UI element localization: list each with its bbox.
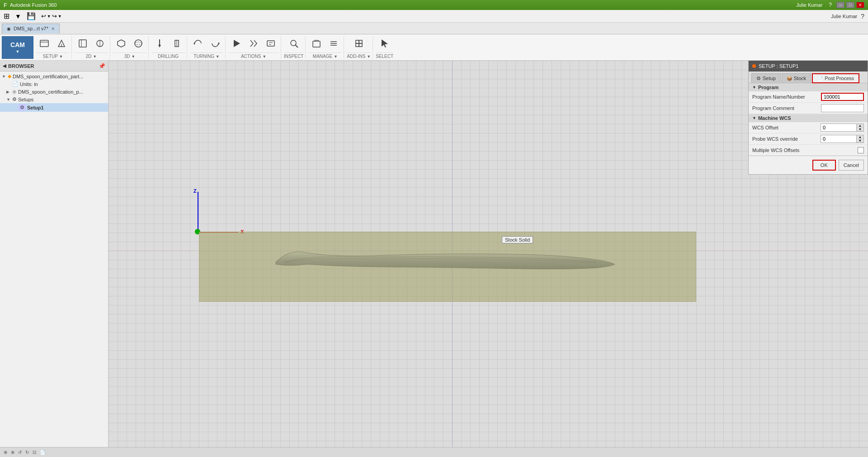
3d-icons [113,36,146,51]
actions-icon-2[interactable] [245,36,262,51]
setup-icon-1[interactable] [36,36,52,51]
browser-title-area: ◀ BROWSER [3,63,34,69]
browser-pin-icon[interactable]: 📌 [99,63,105,69]
wcs-offset-label: WCS Offset [752,125,821,130]
3d-icon-1[interactable] [113,36,129,51]
save-button[interactable]: 💾 [27,12,36,20]
axis-z-line [198,192,198,233]
probe-wcs-up[interactable]: ▲ [857,135,863,139]
help-icon[interactable]: ? [829,2,832,8]
tree-icon-root: ◆ [8,73,11,79]
program-name-row: Program Name/Number [749,91,868,103]
actions-group-label: ACTIONS ▼ [228,52,279,59]
3d-arrow[interactable]: ▼ [131,54,135,59]
tab-post-process[interactable]: 📄 Post Process [812,73,859,83]
actions-arrow[interactable]: ▼ [262,54,266,59]
manage-icon-1[interactable] [308,36,325,51]
toolbar-group-inspect: INSPECT [282,36,306,59]
app-title: Autodesk Fusion 360 [10,2,57,8]
viewport[interactable]: Z X [108,61,868,447]
tree-icon-dms-part: ◉ [12,89,17,95]
close-button[interactable]: ✕ [856,2,864,8]
app-logo: F [4,2,7,9]
redo-arrow[interactable]: ▼ [58,14,62,19]
program-name-input[interactable] [821,93,864,101]
tab-stock[interactable]: 📦 Stock [782,73,811,83]
multiple-wcs-checkbox[interactable] [858,147,864,153]
tab-label: DMS_sp...rt v7* [14,26,48,31]
undo-arrow[interactable]: ▼ [47,14,51,19]
cam-button[interactable]: CAM ▼ [2,36,33,59]
probe-wcs-input[interactable] [821,135,857,143]
wcs-offset-spinner[interactable]: ▲ ▼ [857,124,864,132]
tree-item-setups[interactable]: ▼ ⚙ Setups [0,95,108,103]
redo-button[interactable]: ↪ [52,13,57,19]
svg-rect-29 [359,43,362,47]
machine-wcs-section-header[interactable]: ▼ Machine WCS [749,114,868,122]
wcs-offset-up[interactable]: ▲ [857,124,863,128]
drilling-icon-1[interactable] [151,36,168,51]
status-icon-1[interactable]: ⊕ [4,450,7,455]
wcs-offset-down[interactable]: ▼ [857,128,863,131]
2d-arrow[interactable]: ▼ [93,54,97,59]
tab-bar: ◉ DMS_sp...rt v7* ✕ [0,23,868,34]
status-redo[interactable]: ↻ [25,450,29,455]
select-icon[interactable] [377,36,393,51]
status-undo[interactable]: ↺ [18,450,22,455]
browser-collapse-arrow[interactable]: ◀ [3,63,6,68]
manage-icon-2[interactable] [326,36,342,51]
expand-root[interactable]: ▼ [2,74,6,79]
expand-dms-part[interactable]: ▶ [6,90,11,94]
program-section-header[interactable]: ▼ Program [749,83,868,91]
status-icon-5[interactable]: ⊡ [33,450,36,455]
3d-icon-2[interactable] [130,36,146,51]
addins-arrow[interactable]: ▼ [367,54,371,59]
tree-item-units[interactable]: 📄 Units: in [0,80,108,88]
tab-setup-icon: ⚙ [756,76,761,81]
setup-arrow[interactable]: ▼ [59,54,63,59]
tab-setup[interactable]: ⚙ Setup [751,73,781,83]
inspect-icon[interactable] [286,36,302,51]
svg-marker-16 [234,40,240,47]
maximize-button[interactable]: □ [846,2,854,8]
actions-icon-1[interactable] [228,36,245,51]
svg-rect-0 [40,40,48,47]
turning-icon-2[interactable] [207,36,223,51]
tab-close-button[interactable]: ✕ [51,26,55,31]
panel-buttons: OK Cancel [749,156,868,174]
2d-icon-1[interactable] [75,36,91,51]
probe-wcs-down[interactable]: ▼ [857,139,863,143]
addins-group-label: ADD-INS ▼ [347,52,371,59]
addins-icon[interactable] [351,36,367,51]
tree-item-setup1[interactable]: ⚙ Setup1 [0,103,108,112]
tree-item-dms-part[interactable]: ▶ ◉ DMS_spoon_certification_p... [0,88,108,95]
minimize-button[interactable]: ─ [836,2,844,8]
turning-icon-1[interactable] [190,36,206,51]
status-icon-6[interactable]: 📄 [40,450,45,455]
file-menu-icon[interactable]: ▼ [15,13,21,20]
user-account-label[interactable]: Julie Kumar [831,14,857,19]
menu-bar-right: Julie Kumar ? [831,13,864,20]
tree-item-root[interactable]: ▼ ◆ DMS_spoon_certification_part... [0,72,108,80]
probe-wcs-spinner[interactable]: ▲ ▼ [857,135,864,143]
2d-icon-2[interactable] [92,36,108,51]
program-name-label: Program Name/Number [752,94,821,100]
tab-setup-label: Setup [763,76,776,81]
wcs-offset-input[interactable] [821,124,857,132]
help-menu-icon[interactable]: ? [861,13,864,20]
setup-icon-2[interactable] [53,36,70,51]
expand-setups[interactable]: ▼ [6,97,11,102]
document-tab[interactable]: ◉ DMS_sp...rt v7* ✕ [2,24,60,33]
program-section: ▼ Program Program Name/Number Program Co… [749,83,868,114]
program-comment-input[interactable] [821,104,864,112]
drilling-icon-2[interactable] [169,36,185,51]
tab-post-process-label: Post Process [825,76,854,81]
cancel-button[interactable]: Cancel [839,160,864,171]
turning-arrow[interactable]: ▼ [216,54,220,59]
status-icon-2[interactable]: ⊕ [11,450,14,455]
grid-menu-icon[interactable]: ⊞ [4,12,9,20]
actions-icon-3[interactable] [263,36,279,51]
undo-button[interactable]: ↩ [41,13,46,19]
manage-arrow[interactable]: ▼ [334,54,338,59]
ok-button[interactable]: OK [812,160,836,171]
